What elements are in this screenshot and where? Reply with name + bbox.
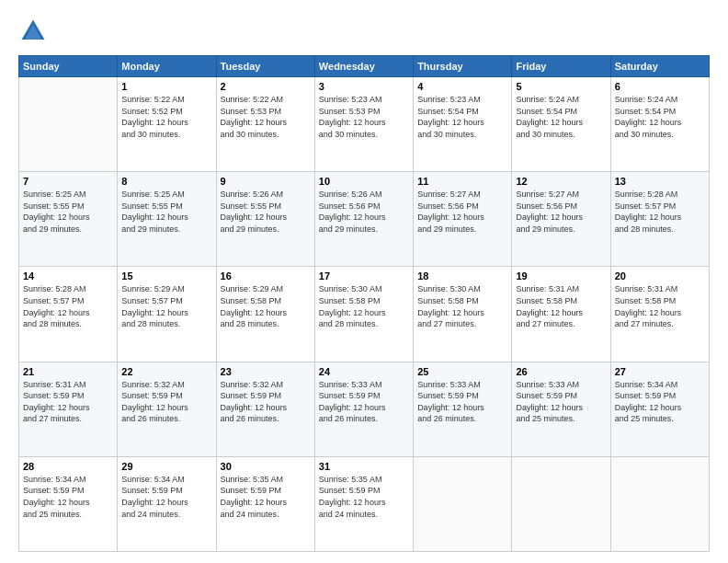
calendar-cell: 9Sunrise: 5:26 AMSunset: 5:55 PMDaylight…: [216, 172, 314, 267]
calendar-cell: 23Sunrise: 5:32 AMSunset: 5:59 PMDayligh…: [216, 362, 314, 456]
header: [18, 17, 710, 46]
day-number: 11: [417, 176, 507, 187]
day-number: 16: [221, 270, 311, 282]
day-number: 25: [417, 366, 507, 377]
day-number: 29: [121, 461, 211, 472]
calendar-cell: [19, 77, 118, 172]
day-info: Sunrise: 5:31 AMSunset: 5:59 PMDaylight:…: [23, 379, 113, 425]
page: SundayMondayTuesdayWednesdayThursdayFrid…: [0, 0, 728, 563]
day-number: 5: [516, 81, 606, 92]
day-info: Sunrise: 5:24 AMSunset: 5:54 PMDaylight:…: [615, 94, 705, 140]
calendar-cell: 20Sunrise: 5:31 AMSunset: 5:58 PMDayligh…: [610, 267, 709, 362]
day-info: Sunrise: 5:28 AMSunset: 5:57 PMDaylight:…: [23, 283, 113, 329]
calendar-cell: 15Sunrise: 5:29 AMSunset: 5:57 PMDayligh…: [118, 267, 216, 362]
calendar-cell: 3Sunrise: 5:23 AMSunset: 5:53 PMDaylight…: [314, 77, 413, 172]
calendar-cell: [610, 456, 709, 551]
day-number: 24: [319, 366, 409, 377]
calendar-cell: 6Sunrise: 5:24 AMSunset: 5:54 PMDaylight…: [610, 77, 709, 172]
calendar-cell: 21Sunrise: 5:31 AMSunset: 5:59 PMDayligh…: [19, 362, 118, 456]
day-info: Sunrise: 5:33 AMSunset: 5:59 PMDaylight:…: [516, 379, 606, 425]
day-info: Sunrise: 5:26 AMSunset: 5:56 PMDaylight:…: [319, 189, 409, 235]
day-info: Sunrise: 5:34 AMSunset: 5:59 PMDaylight:…: [615, 379, 705, 425]
day-info: Sunrise: 5:27 AMSunset: 5:56 PMDaylight:…: [417, 189, 507, 235]
calendar-cell: 1Sunrise: 5:22 AMSunset: 5:52 PMDaylight…: [118, 77, 216, 172]
day-info: Sunrise: 5:23 AMSunset: 5:54 PMDaylight:…: [417, 94, 507, 140]
calendar-week-row: 7Sunrise: 5:25 AMSunset: 5:55 PMDaylight…: [19, 172, 710, 267]
day-info: Sunrise: 5:32 AMSunset: 5:59 PMDaylight:…: [221, 379, 311, 425]
days-header-row: SundayMondayTuesdayWednesdayThursdayFrid…: [19, 56, 710, 77]
day-info: Sunrise: 5:27 AMSunset: 5:56 PMDaylight:…: [516, 189, 606, 235]
logo: [18, 17, 51, 46]
day-number: 4: [417, 81, 507, 92]
calendar-cell: 13Sunrise: 5:28 AMSunset: 5:57 PMDayligh…: [610, 172, 709, 267]
calendar-cell: 31Sunrise: 5:35 AMSunset: 5:59 PMDayligh…: [314, 456, 413, 551]
day-number: 18: [417, 270, 507, 282]
calendar-cell: 27Sunrise: 5:34 AMSunset: 5:59 PMDayligh…: [610, 362, 709, 456]
calendar-cell: 24Sunrise: 5:33 AMSunset: 5:59 PMDayligh…: [314, 362, 413, 456]
day-number: 17: [319, 270, 409, 282]
day-info: Sunrise: 5:22 AMSunset: 5:53 PMDaylight:…: [221, 94, 311, 140]
calendar-cell: 17Sunrise: 5:30 AMSunset: 5:58 PMDayligh…: [314, 267, 413, 362]
day-header-thursday: Thursday: [414, 56, 512, 77]
day-number: 1: [121, 81, 211, 92]
calendar-cell: 5Sunrise: 5:24 AMSunset: 5:54 PMDaylight…: [512, 77, 610, 172]
day-header-tuesday: Tuesday: [216, 56, 314, 77]
calendar-week-row: 1Sunrise: 5:22 AMSunset: 5:52 PMDaylight…: [19, 77, 710, 172]
day-number: 19: [516, 270, 606, 282]
calendar-cell: 8Sunrise: 5:25 AMSunset: 5:55 PMDaylight…: [118, 172, 216, 267]
calendar-cell: 22Sunrise: 5:32 AMSunset: 5:59 PMDayligh…: [118, 362, 216, 456]
day-info: Sunrise: 5:34 AMSunset: 5:59 PMDaylight:…: [121, 474, 211, 520]
day-header-friday: Friday: [512, 56, 610, 77]
day-number: 14: [23, 270, 113, 282]
calendar-week-row: 21Sunrise: 5:31 AMSunset: 5:59 PMDayligh…: [19, 362, 710, 456]
day-number: 10: [319, 176, 409, 187]
calendar-cell: 10Sunrise: 5:26 AMSunset: 5:56 PMDayligh…: [314, 172, 413, 267]
calendar-cell: 4Sunrise: 5:23 AMSunset: 5:54 PMDaylight…: [414, 77, 512, 172]
day-number: 21: [23, 366, 113, 377]
day-info: Sunrise: 5:29 AMSunset: 5:58 PMDaylight:…: [221, 283, 311, 329]
calendar-cell: 2Sunrise: 5:22 AMSunset: 5:53 PMDaylight…: [216, 77, 314, 172]
day-info: Sunrise: 5:31 AMSunset: 5:58 PMDaylight:…: [516, 283, 606, 329]
day-number: 12: [516, 176, 606, 187]
calendar-cell: 29Sunrise: 5:34 AMSunset: 5:59 PMDayligh…: [118, 456, 216, 551]
day-number: 3: [319, 81, 409, 92]
day-number: 30: [221, 461, 311, 472]
day-info: Sunrise: 5:25 AMSunset: 5:55 PMDaylight:…: [121, 189, 211, 235]
day-number: 13: [615, 176, 705, 187]
day-number: 28: [23, 461, 113, 472]
day-header-wednesday: Wednesday: [314, 56, 413, 77]
day-header-saturday: Saturday: [610, 56, 709, 77]
calendar-cell: 18Sunrise: 5:30 AMSunset: 5:58 PMDayligh…: [414, 267, 512, 362]
day-number: 27: [615, 366, 705, 377]
calendar-cell: 25Sunrise: 5:33 AMSunset: 5:59 PMDayligh…: [414, 362, 512, 456]
day-info: Sunrise: 5:33 AMSunset: 5:59 PMDaylight:…: [319, 379, 409, 425]
day-number: 8: [121, 176, 211, 187]
day-info: Sunrise: 5:30 AMSunset: 5:58 PMDaylight:…: [417, 283, 507, 329]
day-info: Sunrise: 5:34 AMSunset: 5:59 PMDaylight:…: [23, 474, 113, 520]
day-info: Sunrise: 5:35 AMSunset: 5:59 PMDaylight:…: [319, 474, 409, 520]
calendar-week-row: 28Sunrise: 5:34 AMSunset: 5:59 PMDayligh…: [19, 456, 710, 551]
day-number: 7: [23, 176, 113, 187]
calendar-cell: [414, 456, 512, 551]
day-number: 26: [516, 366, 606, 377]
day-header-monday: Monday: [118, 56, 216, 77]
calendar-cell: 14Sunrise: 5:28 AMSunset: 5:57 PMDayligh…: [19, 267, 118, 362]
calendar-cell: 28Sunrise: 5:34 AMSunset: 5:59 PMDayligh…: [19, 456, 118, 551]
day-info: Sunrise: 5:25 AMSunset: 5:55 PMDaylight:…: [23, 189, 113, 235]
calendar-cell: 16Sunrise: 5:29 AMSunset: 5:58 PMDayligh…: [216, 267, 314, 362]
calendar-week-row: 14Sunrise: 5:28 AMSunset: 5:57 PMDayligh…: [19, 267, 710, 362]
day-number: 2: [221, 81, 311, 92]
day-info: Sunrise: 5:24 AMSunset: 5:54 PMDaylight:…: [516, 94, 606, 140]
day-info: Sunrise: 5:22 AMSunset: 5:52 PMDaylight:…: [121, 94, 211, 140]
calendar-cell: 7Sunrise: 5:25 AMSunset: 5:55 PMDaylight…: [19, 172, 118, 267]
day-number: 23: [221, 366, 311, 377]
day-info: Sunrise: 5:30 AMSunset: 5:58 PMDaylight:…: [319, 283, 409, 329]
logo-icon: [18, 17, 48, 46]
calendar-cell: 19Sunrise: 5:31 AMSunset: 5:58 PMDayligh…: [512, 267, 610, 362]
day-info: Sunrise: 5:31 AMSunset: 5:58 PMDaylight:…: [615, 283, 705, 329]
calendar-cell: 12Sunrise: 5:27 AMSunset: 5:56 PMDayligh…: [512, 172, 610, 267]
day-number: 22: [121, 366, 211, 377]
day-number: 20: [615, 270, 705, 282]
day-info: Sunrise: 5:29 AMSunset: 5:57 PMDaylight:…: [121, 283, 211, 329]
calendar-table: SundayMondayTuesdayWednesdayThursdayFrid…: [18, 55, 710, 552]
